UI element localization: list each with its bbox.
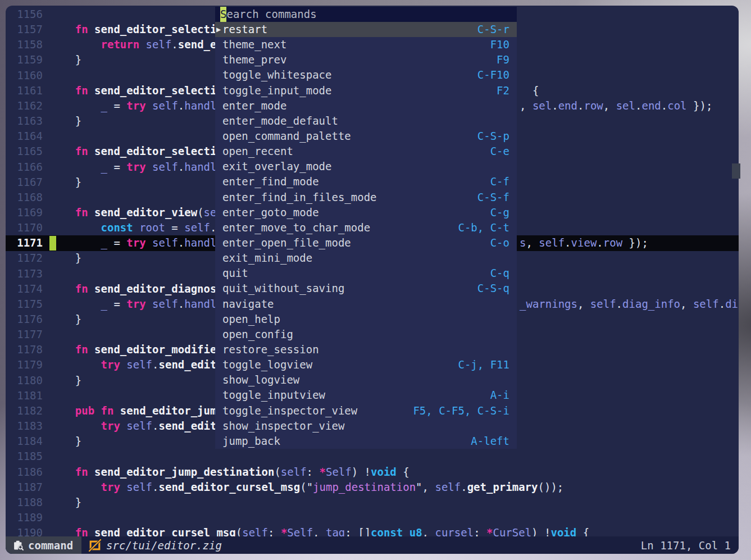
line-number: 1189 [6, 510, 43, 525]
code-line[interactable]: 1186 fn send_editor_jump_destination(sel… [6, 465, 739, 480]
palette-item-label: quit_without_saving [222, 281, 344, 296]
palette-item[interactable]: enter_goto_modeC-g [215, 205, 517, 220]
palette-item[interactable]: restore_session [215, 342, 517, 357]
palette-item[interactable]: toggle_inputviewA-i [215, 388, 517, 403]
palette-item-keys: C-S-r [477, 22, 509, 37]
palette-item[interactable]: enter_find_in_files_modeC-S-f [215, 190, 517, 205]
palette-item-keys: F10 [490, 37, 509, 52]
palette-item-keys: C-o [490, 235, 509, 251]
line-number: 1170 [6, 220, 43, 235]
line-number: 1185 [6, 449, 43, 464]
code-text: _ = try self.handle [49, 297, 223, 312]
code-line[interactable]: 1187 try self.send_editor_cursel_msg("ju… [6, 480, 739, 495]
palette-item[interactable]: toggle_whitespaceC-F10 [215, 67, 517, 83]
line-number: 1187 [6, 480, 43, 495]
palette-item-label: theme_prev [222, 52, 286, 67]
line-number: 1162 [6, 98, 43, 113]
palette-item-label: show_logview [222, 372, 299, 388]
palette-item[interactable]: exit_mini_mode [215, 251, 517, 266]
palette-item[interactable]: toggle_inspector_viewF5, C-F5, C-S-i [215, 403, 517, 418]
code-text: fn send_editor_jump_destination(self: *S… [49, 465, 409, 480]
line-number: 1173 [6, 266, 43, 281]
palette-item[interactable]: enter_move_to_char_modeC-b, C-t [215, 220, 517, 235]
line-number: 1178 [6, 342, 43, 357]
palette-item-label: open_command_palette [222, 129, 351, 144]
palette-item-label: restart [222, 22, 267, 37]
palette-item-keys: C-j, F11 [458, 357, 509, 372]
palette-item[interactable]: enter_mode [215, 98, 517, 113]
code-text: } [49, 175, 81, 190]
code-text: fn send_editor_view(sel [49, 205, 223, 220]
code-text: } [49, 52, 81, 67]
palette-item[interactable]: navigate [215, 297, 517, 312]
palette-item-label: navigate [222, 297, 274, 312]
code-text: } [49, 495, 81, 510]
code-text: const root = self.b [49, 220, 223, 235]
palette-item-label: show_inspector_view [222, 418, 344, 434]
line-number: 1158 [6, 37, 43, 52]
palette-item-keys: F5, C-F5, C-S-i [413, 403, 509, 418]
file-indicator[interactable]: src/tui/editor.zig [81, 539, 222, 552]
mode-indicator[interactable]: command [6, 536, 81, 554]
palette-item-keys: C-e [490, 144, 509, 159]
palette-item[interactable]: enter_find_modeC-f [215, 174, 517, 189]
scrollbar-thumb[interactable] [732, 163, 740, 179]
palette-item[interactable]: show_logview [215, 372, 517, 388]
palette-item-keys: A-left [471, 434, 509, 449]
code-text-right: , sel.end.row, sel.end.col }); [520, 98, 712, 113]
cursor-position[interactable]: Ln 1171, Col 1 [641, 539, 739, 552]
code-line[interactable]: 1185 [6, 449, 739, 465]
line-number: 1179 [6, 357, 43, 372]
line-number: 1182 [6, 403, 43, 418]
palette-item[interactable]: open_help [215, 312, 517, 327]
palette-item-keys: C-S-q [477, 281, 509, 296]
palette-item-label: exit_overlay_mode [222, 159, 331, 174]
palette-item-label: exit_mini_mode [222, 251, 312, 266]
palette-item-label: toggle_logview [222, 357, 312, 372]
code-text-right: _warnings, self.diag_info, self.di [520, 297, 738, 312]
palette-item-keys: A-i [490, 388, 509, 403]
code-text: fn send_editor_selectio [49, 22, 223, 37]
palette-item[interactable]: jump_backA-left [215, 434, 517, 449]
palette-item[interactable]: open_recentC-e [215, 144, 517, 159]
palette-item-keys: F9 [497, 52, 509, 67]
palette-item[interactable]: open_command_paletteC-S-p [215, 129, 517, 144]
code-text: } [49, 373, 81, 388]
palette-item[interactable]: enter_mode_default [215, 113, 517, 129]
code-text: try self.send_editor_cursel_msg("jump_de… [49, 480, 563, 495]
palette-item[interactable]: theme_prevF9 [215, 52, 517, 67]
palette-item[interactable]: toggle_input_modeF2 [215, 83, 517, 98]
code-text: return self.send_ed [49, 37, 223, 52]
palette-item[interactable]: ▶restartC-S-r [215, 22, 517, 37]
palette-item[interactable]: toggle_logviewC-j, F11 [215, 357, 517, 372]
line-number: 1161 [6, 83, 43, 98]
mode-label: command [28, 539, 73, 552]
palette-item-label: enter_mode [222, 98, 286, 113]
palette-item-keys: C-S-f [477, 190, 509, 205]
palette-item-keys: C-q [490, 266, 509, 281]
palette-search-input[interactable]: Search commands [215, 7, 517, 22]
palette-item-label: theme_next [222, 37, 286, 52]
file-path: src/tui/editor.zig [106, 539, 222, 552]
code-line[interactable]: 1188 } [6, 495, 739, 511]
palette-item[interactable]: theme_nextF10 [215, 37, 517, 52]
palette-item-label: enter_find_mode [222, 174, 319, 189]
palette-item[interactable]: show_inspector_view [215, 418, 517, 434]
palette-item[interactable]: open_config [215, 327, 517, 342]
palette-item-label: restore_session [222, 342, 319, 357]
palette-item-label: enter_move_to_char_mode [222, 220, 370, 235]
palette-item-label: open_recent [222, 144, 293, 159]
code-text: pub fn send_editor_jump [49, 403, 223, 418]
status-bar: command src/tui/editor.zig Ln 1171, Col … [6, 536, 739, 554]
code-text: _ = try self.handle [49, 235, 223, 251]
palette-item-keys: C-g [490, 205, 509, 220]
code-text: fn send_editor_selectio [49, 144, 223, 159]
palette-item[interactable]: enter_open_file_modeC-o [215, 235, 517, 251]
code-line[interactable]: 1189 [6, 510, 739, 526]
palette-item[interactable]: exit_overlay_mode [215, 159, 517, 174]
palette-item[interactable]: quitC-q [215, 266, 517, 281]
code-text: } [49, 434, 81, 449]
command-palette: Search commands ▶restartC-S-rtheme_nextF… [215, 7, 517, 449]
palette-item-keys: F2 [497, 83, 509, 98]
palette-item[interactable]: quit_without_savingC-S-q [215, 281, 517, 296]
